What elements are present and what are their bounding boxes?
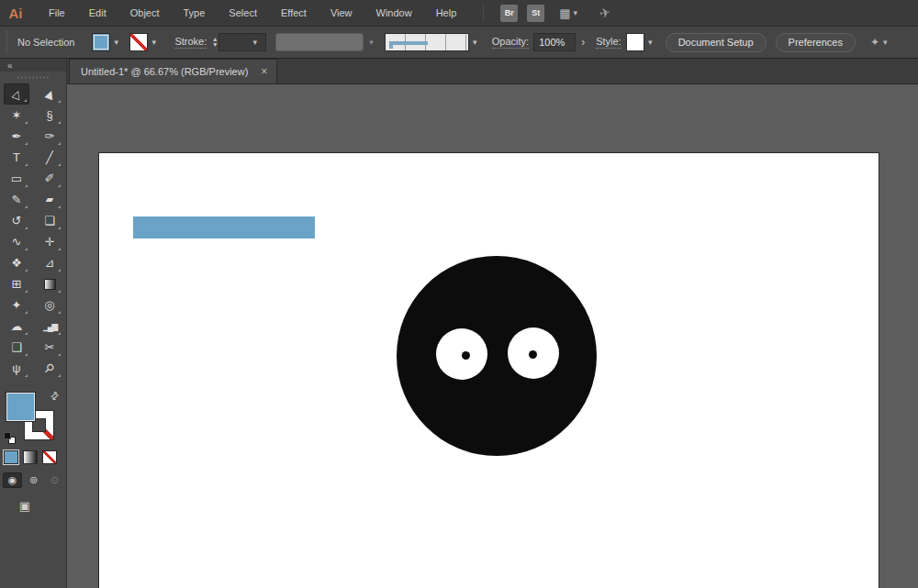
panel-menu-icon[interactable]: ✦ (870, 36, 879, 49)
tool-direct-selection[interactable]: ▶ (37, 83, 62, 105)
mesh-tool-icon: ⊞ (12, 277, 22, 291)
stroke-width-chevron-icon[interactable]: ▾ (249, 33, 261, 51)
pencil-tool-icon: ✎ (12, 193, 22, 206)
stock-button[interactable]: St (527, 5, 544, 22)
panel-grip[interactable] (0, 72, 66, 83)
zoom-tool-icon: ⚲ (41, 361, 57, 376)
stroke-color-swatch[interactable] (129, 33, 148, 51)
menu-file[interactable]: File (37, 7, 77, 18)
free-transform-tool-icon: ✛ (45, 235, 55, 249)
tool-pencil[interactable]: ✎ (4, 189, 29, 210)
tool-width[interactable]: ∿ (4, 231, 29, 252)
shape-builder-tool-icon: ❖ (11, 256, 22, 270)
blue-rectangle-object[interactable] (133, 216, 315, 239)
tool-slice[interactable]: ✂ (37, 337, 62, 358)
artboard[interactable] (98, 152, 879, 588)
tool-perspective-grid[interactable]: ⊿ (37, 252, 62, 273)
tool-symbol-sprayer[interactable]: ☁ (4, 316, 29, 337)
stroke-width-stepper[interactable]: ▴ ▾ (213, 37, 217, 48)
tab-close-icon[interactable]: × (261, 65, 267, 78)
gradient-tool-icon (44, 279, 56, 290)
style-label[interactable]: Style: (596, 36, 621, 49)
tool-hand[interactable]: ψ (4, 358, 29, 379)
width-profile-chevron-icon[interactable]: ▾ (469, 33, 481, 51)
document-tab[interactable]: Untitled-1* @ 66.67% (RGB/Preview) × (69, 59, 277, 83)
tool-shape-builder[interactable]: ❖ (4, 252, 29, 273)
width-profile-dropdown[interactable] (385, 33, 469, 51)
menu-type[interactable]: Type (172, 7, 218, 18)
fill-swatch[interactable] (6, 392, 36, 422)
fill-color-swatch[interactable] (92, 33, 110, 51)
menu-select[interactable]: Select (217, 7, 269, 18)
tool-pen[interactable]: ✒ (4, 126, 29, 147)
control-bar: No Selection ▾ ▾ Stroke: ▴ ▾ ▾ ▾ ▾ Opaci… (0, 27, 918, 59)
document-setup-button[interactable]: Document Setup (666, 33, 767, 52)
line-segment-tool-icon: ╱ (46, 150, 53, 164)
tool-blend[interactable]: ◎ (37, 294, 62, 316)
tool-curvature[interactable]: ✑ (37, 126, 62, 147)
slice-tool-icon: ✂ (45, 340, 55, 354)
rotate-tool-icon: ↺ (12, 214, 22, 227)
tool-eyedropper[interactable]: ✦ (4, 294, 29, 316)
share-power-icon[interactable]: ✈ (599, 5, 612, 21)
swap-fill-stroke-icon[interactable]: ⇄ (48, 389, 62, 404)
menu-bar: Ai File Edit Object Type Select Effect V… (0, 0, 918, 27)
tool-type[interactable]: T (4, 147, 29, 168)
style-swatch[interactable] (626, 33, 644, 51)
workspace-switcher-icon[interactable]: ▦ (559, 6, 569, 20)
tool-zoom[interactable]: ⚲ (37, 358, 62, 379)
stroke-label[interactable]: Stroke: (174, 36, 207, 49)
opacity-input[interactable]: 100% (533, 33, 576, 51)
menu-effect[interactable]: Effect (269, 7, 319, 18)
tool-rotate[interactable]: ↺ (4, 210, 29, 231)
app-logo: Ai (0, 6, 31, 21)
style-chevron-icon[interactable]: ▾ (644, 33, 656, 51)
tool-artboard[interactable]: ❑ (4, 337, 29, 358)
stroke-width-dropdown[interactable]: ▾ (218, 33, 266, 51)
preferences-button[interactable]: Preferences (776, 33, 856, 52)
stroke-chevron-icon[interactable]: ▾ (148, 33, 160, 51)
none-button[interactable] (42, 450, 57, 464)
brush-definition-dropdown[interactable] (275, 33, 364, 51)
right-pupil-shape (529, 350, 537, 359)
canvas[interactable] (67, 84, 918, 588)
menu-edit[interactable]: Edit (77, 7, 118, 18)
panel-menu-chevron-icon[interactable]: ▾ (883, 38, 888, 47)
tool-eraser[interactable]: ▰ (37, 189, 62, 210)
opacity-expand-icon[interactable]: › (581, 36, 585, 49)
tool-mesh[interactable]: ⊞ (4, 273, 29, 294)
eraser-tool-icon: ▰ (46, 194, 53, 205)
tool-grid: ▷ ▶ ✶ § ✒ ✑ T ╱ ▭ ✐ ✎ ▰ ↺ ❏ ∿ ✛ ❖ ⊿ ⊞ ✦ (0, 83, 66, 379)
opacity-label[interactable]: Opacity: (492, 36, 529, 49)
lasso-tool-icon: § (46, 108, 52, 122)
default-fill-stroke-icon[interactable] (4, 432, 16, 444)
color-type-buttons (0, 447, 66, 467)
tool-line-segment[interactable]: ╱ (37, 147, 62, 168)
tool-magic-wand[interactable]: ✶ (4, 105, 29, 126)
draw-normal-button[interactable]: ◉ (3, 472, 22, 488)
tool-rectangle[interactable]: ▭ (4, 168, 29, 189)
tools-panel-header: « (0, 59, 66, 72)
black-circle-face-object[interactable] (397, 256, 597, 456)
color-button[interactable] (4, 450, 18, 464)
tool-gradient[interactable] (37, 273, 62, 294)
menu-object[interactable]: Object (118, 7, 172, 18)
screen-mode-button[interactable]: ▣ (13, 496, 37, 515)
tool-selection[interactable]: ▷ (4, 83, 29, 105)
menu-view[interactable]: View (319, 7, 364, 18)
symbol-sprayer-tool-icon: ☁ (11, 319, 23, 333)
draw-behind-button[interactable]: ⊚ (24, 472, 43, 488)
workspace-chevron-icon[interactable]: ▾ (574, 8, 578, 17)
tool-lasso[interactable]: § (37, 105, 62, 126)
tool-free-transform[interactable]: ✛ (37, 231, 62, 252)
bridge-button[interactable]: Br (500, 5, 518, 22)
gradient-button[interactable] (23, 450, 38, 464)
tool-scale[interactable]: ❏ (37, 210, 62, 231)
stepper-down-icon[interactable]: ▾ (213, 42, 217, 48)
tool-column-graph[interactable]: ▁▄▆ (37, 316, 62, 337)
tool-paintbrush[interactable]: ✐ (37, 168, 62, 189)
menu-window[interactable]: Window (364, 7, 424, 18)
menu-help[interactable]: Help (424, 7, 469, 18)
fill-chevron-icon[interactable]: ▾ (110, 33, 122, 51)
collapse-panel-icon[interactable]: « (7, 61, 13, 71)
